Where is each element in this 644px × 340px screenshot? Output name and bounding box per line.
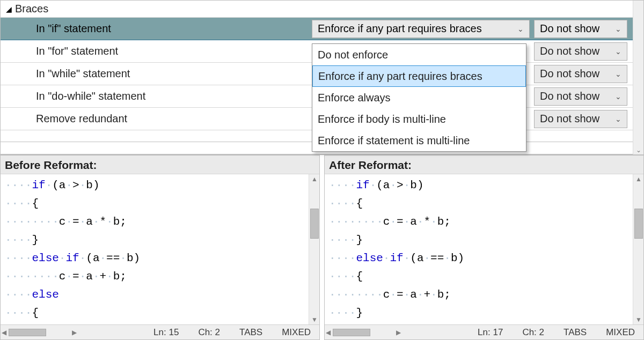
settings-vscrollbar[interactable]: ⌄	[633, 1, 643, 155]
scroll-thumb[interactable]	[634, 209, 643, 239]
before-vscrollbar[interactable]: ▲ ▼	[309, 174, 319, 324]
setting-label: In "if" statement	[36, 23, 312, 35]
after-hscrollbar[interactable]: ◀ ▶	[326, 329, 401, 336]
setting-label: In "for" statement	[36, 45, 312, 57]
dropdown-value: Do not show	[540, 23, 613, 35]
dropdown-option[interactable]: Enforce always	[312, 87, 526, 108]
triangle-right-icon[interactable]: ▶	[396, 329, 401, 336]
setting-label: In "do-while" statement	[36, 90, 312, 102]
collapse-icon: ◢	[6, 5, 12, 13]
status-ch: Ch: 2	[522, 327, 544, 338]
previews: Before Reformat: ····if·(a·>·b)····{····…	[0, 154, 644, 340]
triangle-left-icon[interactable]: ◀	[326, 329, 331, 336]
dropdown-value: Do not show	[540, 113, 613, 125]
triangle-down-icon[interactable]: ▼	[633, 316, 643, 323]
setting-label: Remove redundant	[36, 113, 312, 125]
status-ln: Ln: 15	[153, 327, 179, 338]
before-code: ····if·(a·>·b)····{········c·=·a·*·b;···…	[1, 174, 319, 322]
status-ch: Ch: 2	[198, 327, 220, 338]
visibility-dropdown[interactable]: Do not show⌄	[534, 110, 627, 128]
scroll-thumb[interactable]	[310, 209, 319, 239]
triangle-left-icon[interactable]: ◀	[2, 329, 6, 336]
status-tabs: TABS	[564, 327, 587, 338]
triangle-up-icon[interactable]: ▲	[309, 175, 319, 183]
chevron-down-icon[interactable]: ⌄	[633, 146, 644, 154]
setting-label: In "while" statement	[36, 68, 312, 80]
visibility-dropdown[interactable]: Do not show⌄	[534, 20, 627, 38]
chevron-down-icon: ⌄	[615, 115, 621, 123]
dropdown-value: Do not show	[540, 68, 613, 80]
dropdown-value: Do not show	[540, 45, 613, 57]
settings-panel: ◢ Braces In "if" statementEnforce if any…	[0, 0, 644, 154]
dropdown-option[interactable]: Enforce if statement is multi-line	[312, 130, 526, 151]
after-code-area: ····if·(a·>·b)····{········c·=·a·*·b;···…	[325, 174, 643, 324]
after-pane: After Reformat: ····if·(a·>·b)····{·····…	[324, 155, 644, 340]
chevron-down-icon: ⌄	[615, 70, 621, 78]
chevron-down-icon: ⌄	[615, 92, 621, 101]
scroll-thumb[interactable]	[333, 329, 370, 336]
after-vscrollbar[interactable]: ▲ ▼	[633, 174, 643, 324]
section-title: Braces	[15, 3, 48, 15]
triangle-up-icon[interactable]: ▲	[633, 175, 643, 183]
status-tabs: TABS	[239, 327, 262, 338]
dropdown-value: Enforce if any part requires braces	[318, 23, 515, 35]
after-title: After Reformat:	[325, 156, 643, 174]
before-title: Before Reformat:	[1, 156, 319, 174]
dropdown-option[interactable]: Do not enforce	[312, 44, 526, 65]
visibility-dropdown[interactable]: Do not show⌄	[534, 87, 627, 106]
dropdown-value: Do not show	[540, 90, 613, 102]
scroll-thumb[interactable]	[9, 329, 46, 336]
status-ln: Ln: 17	[478, 327, 503, 338]
triangle-right-icon[interactable]: ▶	[72, 329, 77, 336]
before-code-area: ····if·(a·>·b)····{········c·=·a·*·b;···…	[1, 174, 319, 324]
before-pane: Before Reformat: ····if·(a·>·b)····{····…	[0, 155, 320, 340]
setting-row[interactable]: In "if" statementEnforce if any part req…	[1, 18, 643, 40]
before-statusbar: ◀ ▶ Ln: 15 Ch: 2 TABS MIXED	[1, 324, 319, 339]
chevron-down-icon: ⌄	[615, 47, 621, 56]
triangle-down-icon[interactable]: ▼	[309, 316, 319, 323]
status-mixed: MIXED	[606, 327, 635, 338]
chevron-down-icon: ⌄	[615, 25, 621, 33]
dropdown-option[interactable]: Enforce if body is multi-line	[312, 108, 526, 130]
after-code: ····if·(a·>·b)····{········c·=·a·*·b;···…	[325, 174, 643, 322]
chevron-down-icon: ⌄	[517, 25, 524, 33]
after-statusbar: ◀ ▶ Ln: 17 Ch: 2 TABS MIXED	[325, 324, 643, 339]
dropdown-option[interactable]: Enforce if any part requires braces	[312, 65, 526, 87]
enforce-dropdown[interactable]: Enforce if any part requires braces⌄	[312, 20, 530, 38]
before-hscrollbar[interactable]: ◀ ▶	[2, 329, 77, 336]
section-header-braces[interactable]: ◢ Braces	[1, 1, 643, 18]
visibility-dropdown[interactable]: Do not show⌄	[534, 42, 627, 61]
visibility-dropdown[interactable]: Do not show⌄	[534, 65, 627, 83]
status-mixed: MIXED	[282, 327, 311, 338]
enforce-dropdown-popup: Do not enforceEnforce if any part requir…	[312, 43, 526, 152]
